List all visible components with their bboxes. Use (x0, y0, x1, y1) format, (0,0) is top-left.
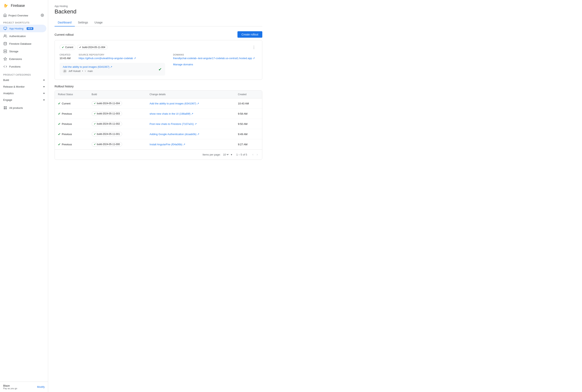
row-status-cell-4: ✔ Previous (55, 139, 89, 150)
build-chip-check-3: ✔ (94, 133, 96, 136)
source-repo-meta: Source repository https://github.com/jhu… (79, 54, 136, 60)
sidebar-item-firestore-label: Firestore Database (9, 42, 32, 45)
sidebar-item-all-products[interactable]: All products (0, 104, 46, 112)
project-overview-item[interactable]: Project Overview (3, 14, 28, 18)
app-name: Firebase (11, 4, 25, 8)
project-shortcuts-label: Project shortcuts (0, 20, 48, 25)
svg-rect-9 (6, 106, 7, 108)
row-created-cell-0: 10:43 AM (235, 98, 262, 108)
svg-rect-4 (4, 50, 7, 51)
table-row: ✔ Previous ✔ build-2024-05-11-002 Post n… (55, 119, 262, 129)
created-time: 10:43 AM (60, 57, 71, 60)
tab-settings[interactable]: Settings (75, 19, 92, 26)
nav-category-analytics[interactable]: Analytics ▾ (0, 90, 48, 96)
row-status-2: Previous (62, 122, 72, 126)
sidebar-item-functions-label: Functions (9, 65, 21, 68)
row-build-chip-2: ✔ build-2024-05-11-002 (92, 122, 122, 126)
row-change-cell-4: Install AngularFire (f04a06b) ↗ (146, 139, 235, 150)
svg-rect-10 (4, 108, 5, 109)
grid-icon (3, 106, 7, 110)
row-build-chip-4: ✔ build-2024-05-11-000 (92, 142, 122, 146)
row-build-cell-3: ✔ build-2024-05-11-001 (89, 129, 146, 139)
svg-point-3 (4, 42, 7, 43)
build-category-label: Build (3, 78, 9, 82)
firestore-icon (3, 42, 7, 46)
row-created-cell-1: 9:58 AM (235, 108, 262, 119)
table-row: ✔ Previous ✔ build-2024-05-11-001 Adding… (55, 129, 262, 139)
commit-author: Jeff Huleatt (68, 70, 81, 72)
main-content: App Hosting Backend Dashboard Settings U… (48, 0, 582, 392)
sidebar-item-storage[interactable]: Storage (0, 48, 46, 55)
project-overview-label: Project Overview (9, 14, 28, 17)
history-table: Rollout Status Build Change details Crea… (55, 90, 262, 149)
app-hosting-icon (3, 26, 7, 30)
modify-button[interactable]: Modify (37, 386, 45, 388)
functions-icon (3, 64, 7, 68)
row-change-cell-2: Post new chats to Firestore (7107a31) ↗ (146, 119, 235, 129)
current-status-badge: ✔ Current (60, 45, 75, 50)
build-badge: ✔ build-2024-05-11-004 (77, 45, 108, 50)
more-options-button[interactable]: ⋮ (251, 44, 257, 50)
table-row: ✔ Current ✔ build-2024-05-11-004 Add the… (55, 98, 262, 108)
settings-icon-button[interactable] (40, 13, 45, 18)
sidebar-item-extensions[interactable]: Extensions (0, 55, 46, 63)
nav-category-engage[interactable]: Engage ▾ (0, 96, 48, 103)
next-page-button[interactable]: › (256, 152, 259, 157)
row-build-label-2: build-2024-05-11-002 (97, 122, 120, 125)
manage-domains-link[interactable]: Manage domains (173, 63, 257, 66)
row-status-4: Previous (62, 143, 72, 146)
pagination-nav: ‹ › (251, 152, 259, 157)
commit-link[interactable]: Add the ability to post images (6341067)… (63, 65, 112, 68)
card-right: Domains friendlychat-codelab--test-angul… (173, 54, 257, 76)
row-change-link-2[interactable]: Post new chats to Firestore (7107a31) ↗ (150, 122, 197, 126)
nav-category-release-monitor[interactable]: Release & Monitor ▾ (0, 83, 48, 90)
created-label: Created (60, 54, 71, 56)
all-products-label: All products (9, 106, 23, 110)
row-build-label-1: build-2024-05-11-003 (97, 112, 120, 115)
authentication-icon (3, 34, 7, 38)
page-title: Backend (55, 8, 262, 15)
nav-category-build[interactable]: Build ▾ (0, 77, 48, 83)
table-row: ✔ Previous ✔ build-2024-05-11-000 Instal… (55, 139, 262, 150)
row-status-cell-3: ✔ Previous (55, 129, 89, 139)
home-icon (3, 14, 7, 18)
row-check-icon-3: ✔ (58, 132, 61, 136)
domain-link[interactable]: friendlychat-codelab--test-angular17-cod… (173, 57, 257, 60)
sidebar-item-extensions-label: Extensions (9, 58, 22, 60)
rollout-history-table: Rollout Status Build Change details Crea… (55, 90, 262, 160)
sidebar-item-app-hosting[interactable]: App Hosting NEW (0, 25, 46, 32)
current-rollout-title: Current rollout (55, 33, 74, 36)
items-per-page-select[interactable]: 10 25 50 (222, 153, 229, 156)
row-build-cell-0: ✔ build-2024-05-11-004 (89, 98, 146, 108)
svg-point-0 (42, 15, 43, 16)
commit-info: Add the ability to post images (6341067)… (63, 65, 112, 73)
extensions-icon (3, 57, 7, 61)
check-icon: ✔ (62, 46, 64, 49)
current-rollout-header: Current rollout Create rollout (55, 31, 262, 38)
tab-usage[interactable]: Usage (91, 19, 106, 26)
analytics-label: Analytics (3, 92, 14, 95)
commit-title: Add the ability to post images (6341067)… (63, 65, 112, 68)
author-avatar: JH (63, 69, 67, 73)
engage-chevron-icon: ▾ (43, 98, 45, 102)
sidebar-header: Firebase (0, 0, 48, 11)
row-change-link-3[interactable]: Adding Google Authentication (dcaab0b) ↗ (150, 133, 199, 136)
row-change-link-0[interactable]: Add the ability to post images (6341067)… (150, 102, 199, 105)
row-change-link-4[interactable]: Install AngularFire (f04a06b) ↗ (150, 143, 185, 146)
source-repo-link[interactable]: https://github.com/jhuleatt/tmp-angular-… (79, 57, 136, 60)
create-rollout-button[interactable]: Create rollout (237, 31, 262, 38)
commit-meta: JH Jeff Huleatt • ⑂ main (63, 69, 112, 73)
sidebar: Firebase Project Overview Project shortc… (0, 0, 48, 392)
prev-page-button[interactable]: ‹ (251, 152, 255, 157)
col-rollout-status: Rollout Status (55, 90, 89, 98)
tab-dashboard[interactable]: Dashboard (55, 19, 75, 26)
items-per-page-label: Items per page: (203, 153, 221, 156)
sidebar-item-authentication[interactable]: Authentication (0, 32, 46, 40)
row-change-link-1[interactable]: show new chats in the UI (198a89f) ↗ (150, 112, 193, 115)
row-status-cell-1: ✔ Previous (55, 108, 89, 119)
row-created-cell-2: 9:50 AM (235, 119, 262, 129)
sidebar-item-firestore[interactable]: Firestore Database (0, 40, 46, 48)
sidebar-footer: Blaze Pay as you go Modify (0, 382, 48, 392)
sidebar-item-functions[interactable]: Functions (0, 63, 46, 70)
gear-icon (41, 14, 44, 17)
